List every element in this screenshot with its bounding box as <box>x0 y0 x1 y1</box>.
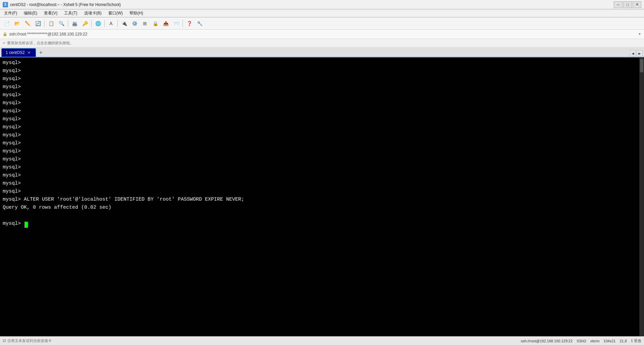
status-size-label: 104x21 <box>603 339 615 343</box>
minimize-button[interactable]: ─ <box>614 1 623 8</box>
info-bar: ↵ 要添加当前会话，点击左侧的箭头按钮。 <box>0 39 644 48</box>
separator-3 <box>91 20 92 27</box>
terminal-line: mysql> <box>3 115 641 123</box>
macro-button[interactable]: ⚙️ <box>130 19 139 28</box>
key-button[interactable]: 🔑 <box>80 19 90 28</box>
print-button[interactable]: 🖨️ <box>70 19 79 28</box>
add-tab-button[interactable]: + <box>37 49 45 56</box>
scrollbar-thumb[interactable] <box>640 59 643 72</box>
properties-button[interactable]: ✏️ <box>23 19 32 28</box>
status-right: ssh://root@192.168.100.129:22 SSH2 xterm… <box>521 338 641 343</box>
status-connection: ssh://root@192.168.100.129:22 <box>521 339 573 343</box>
tab-centos2[interactable]: 1 centOS2 ✕ <box>1 48 36 57</box>
terminal-line: mysql> <box>3 99 641 107</box>
terminal-line: mysql> <box>3 147 641 155</box>
lock-btn[interactable]: 🔒 <box>151 19 160 28</box>
terminal-line: mysql> <box>3 139 641 147</box>
terminal-cursor <box>24 222 28 228</box>
status-encoding-label: 1 至连 <box>631 338 641 343</box>
close-button[interactable]: ✕ <box>633 1 641 8</box>
title-bar-left: X centOS2 - root@localhost:~ - Xshell 5 … <box>3 2 121 7</box>
xftp-button[interactable]: 📤 <box>161 19 170 28</box>
title-bar: X centOS2 - root@localhost:~ - Xshell 5 … <box>0 0 644 9</box>
menu-edit[interactable]: 编辑(E) <box>21 10 40 17</box>
separator-6 <box>182 20 183 27</box>
menu-view[interactable]: 查看(V) <box>41 10 60 17</box>
separator-1 <box>44 20 45 27</box>
window-title: centOS2 - root@localhost:~ - Xshell 5 (F… <box>10 2 121 7</box>
menu-tools[interactable]: 工具(T) <box>61 10 80 17</box>
terminal-blank-line <box>3 212 641 220</box>
terminal-line: mysql> <box>3 83 641 91</box>
terminal-line: mysql> <box>3 171 641 180</box>
menu-bar: 文件(F) 编辑(E) 查看(V) 工具(T) 选项卡(B) 窗口(W) 帮助(… <box>0 9 644 17</box>
status-bar: ☑ 仅将文本发送到当前选项卡 ssh://root@192.168.100.12… <box>0 336 644 345</box>
refresh-button[interactable]: 🔄 <box>33 19 43 28</box>
terminal-scrollbar[interactable] <box>639 58 644 336</box>
extra-button[interactable]: 🔧 <box>195 19 204 28</box>
terminal-line: mysql> <box>3 75 641 83</box>
tab-close-button[interactable]: ✕ <box>27 50 32 55</box>
connection-lock-icon: 🔒 <box>3 32 7 36</box>
terminal-line: mysql> <box>3 59 641 67</box>
menu-file[interactable]: 文件(F) <box>1 10 20 17</box>
menu-help[interactable]: 帮助(H) <box>127 10 146 17</box>
app-icon: X <box>3 2 8 7</box>
help-button[interactable]: ❓ <box>184 19 194 28</box>
terminal-line: mysql> <box>3 107 641 115</box>
plugin-button[interactable]: 🔌 <box>119 19 129 28</box>
status-send-only-label: 仅将文本发送到当前选项卡 <box>7 338 52 343</box>
status-ssh-label: SSH2 <box>577 339 586 343</box>
tab-right-controls: ◀ ▶ <box>630 50 643 56</box>
separator-5 <box>117 20 118 27</box>
status-position-label: 21,8 <box>620 339 627 343</box>
send-button[interactable]: 📨 <box>171 19 181 28</box>
status-send-only-icon: ☑ <box>3 339 6 343</box>
info-message: 要添加当前会话，点击左侧的箭头按钮。 <box>7 41 73 46</box>
globe-button[interactable]: 🌐 <box>93 19 103 28</box>
tab-scroll-right-button[interactable]: ▶ <box>637 50 643 56</box>
terminal-line: mysql> <box>3 131 641 139</box>
zoom-button[interactable]: 🔍 <box>57 19 66 28</box>
terminal-wrapper: mysql> mysql> mysql> mysql> mysql> mysql… <box>0 58 644 336</box>
separator-2 <box>68 20 68 27</box>
font-button[interactable]: A <box>106 19 116 28</box>
address-dropdown-arrow[interactable]: ▼ <box>638 32 641 36</box>
window-controls: ─ □ ✕ <box>614 1 641 8</box>
layout-button[interactable]: ⊞ <box>140 19 150 28</box>
app-window: X centOS2 - root@localhost:~ - Xshell 5 … <box>0 0 644 345</box>
separator-4 <box>104 20 105 27</box>
maximize-button[interactable]: □ <box>623 1 632 8</box>
toolbar: 📄 📂 ✏️ 🔄 📋 🔍 🖨️ 🔑 🌐 A 🔌 ⚙️ ⊞ 🔒 📤 📨 ❓ 🔧 <box>0 17 644 29</box>
terminal-line: mysql> <box>3 180 641 188</box>
terminal-line: mysql> <box>3 188 641 196</box>
new-session-button[interactable]: 📄 <box>2 19 11 28</box>
tab-scroll-left-button[interactable]: ◀ <box>630 50 636 56</box>
terminal-line: mysql> <box>3 163 641 171</box>
menu-window[interactable]: 窗口(W) <box>106 10 125 17</box>
address-bar: 🔒 ssh://root:*************@192.168.100.1… <box>0 29 644 39</box>
open-button[interactable]: 📂 <box>12 19 22 28</box>
tab-bar: 1 centOS2 ✕ + ◀ ▶ <box>0 48 644 58</box>
terminal[interactable]: mysql> mysql> mysql> mysql> mysql> mysql… <box>0 58 644 336</box>
terminal-line: mysql> <box>3 123 641 131</box>
terminal-output-line: Query OK, 0 rows affected (0.02 sec) <box>3 204 641 212</box>
status-terminal-label: xterm <box>590 339 600 343</box>
status-left: ☑ 仅将文本发送到当前选项卡 <box>3 338 518 343</box>
terminal-command-line: mysql> ALTER USER 'root'@'localhost' IDE… <box>3 196 641 204</box>
terminal-line: mysql> <box>3 67 641 75</box>
tab-label: 1 centOS2 <box>6 50 25 55</box>
connection-address: ssh://root:*************@192.168.100.129… <box>9 32 87 37</box>
menu-tabs[interactable]: 选项卡(B) <box>82 10 104 17</box>
info-arrow-icon: ↵ <box>3 41 6 45</box>
copy-button[interactable]: 📋 <box>46 19 56 28</box>
terminal-line: mysql> <box>3 155 641 163</box>
terminal-current-prompt: mysql> <box>3 220 641 228</box>
terminal-line: mysql> <box>3 91 641 99</box>
